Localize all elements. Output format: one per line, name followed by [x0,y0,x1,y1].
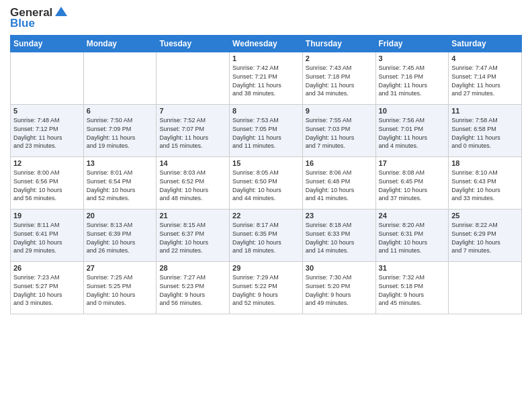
weekday-header-sunday: Sunday [11,36,84,52]
day-number: 1 [232,54,300,62]
day-number: 13 [87,159,154,167]
day-number: 18 [451,159,519,167]
day-number: 4 [451,54,519,62]
calendar-cell: 12Sunrise: 8:00 AM Sunset: 6:56 PM Dayli… [11,157,84,210]
calendar-cell [449,262,522,314]
day-number: 8 [232,107,300,115]
day-info: Sunrise: 8:05 AM Sunset: 6:50 PM Dayligh… [232,169,300,202]
calendar-cell: 27Sunrise: 7:25 AM Sunset: 5:25 PM Dayli… [83,262,157,314]
day-number: 28 [159,264,226,272]
day-number: 30 [306,264,373,272]
day-number: 21 [159,212,226,220]
day-number: 2 [306,54,373,62]
calendar-cell: 18Sunrise: 8:10 AM Sunset: 6:43 PM Dayli… [449,157,522,210]
day-number: 29 [232,264,300,272]
calendar-cell: 28Sunrise: 7:27 AM Sunset: 5:23 PM Dayli… [157,262,230,314]
calendar-cell: 16Sunrise: 8:06 AM Sunset: 6:48 PM Dayli… [302,157,375,210]
calendar-cell [83,52,157,105]
day-info: Sunrise: 8:10 AM Sunset: 6:43 PM Dayligh… [451,169,519,202]
logo: General Blue [10,7,69,30]
calendar-cell: 9Sunrise: 7:55 AM Sunset: 7:03 PM Daylig… [302,105,375,157]
day-number: 12 [13,159,81,167]
calendar-cell: 20Sunrise: 8:13 AM Sunset: 6:39 PM Dayli… [83,210,157,262]
day-number: 9 [306,107,373,115]
calendar-cell: 15Sunrise: 8:05 AM Sunset: 6:50 PM Dayli… [230,157,303,210]
day-info: Sunrise: 8:01 AM Sunset: 6:54 PM Dayligh… [87,169,154,202]
calendar-cell: 7Sunrise: 7:52 AM Sunset: 7:07 PM Daylig… [157,105,230,157]
weekday-header-wednesday: Wednesday [230,36,303,52]
day-info: Sunrise: 8:11 AM Sunset: 6:41 PM Dayligh… [13,221,81,255]
day-number: 3 [379,54,446,62]
week-row-3: 12Sunrise: 8:00 AM Sunset: 6:56 PM Dayli… [11,157,522,210]
day-info: Sunrise: 7:55 AM Sunset: 7:03 PM Dayligh… [306,116,373,150]
week-row-4: 19Sunrise: 8:11 AM Sunset: 6:41 PM Dayli… [11,210,522,262]
day-info: Sunrise: 7:52 AM Sunset: 7:07 PM Dayligh… [159,116,226,150]
weekday-header-tuesday: Tuesday [157,36,230,52]
day-number: 16 [306,159,373,167]
calendar-cell: 4Sunrise: 7:47 AM Sunset: 7:14 PM Daylig… [449,52,522,105]
day-number: 31 [379,264,446,272]
day-info: Sunrise: 8:13 AM Sunset: 6:39 PM Dayligh… [87,221,154,255]
week-row-1: 1Sunrise: 7:42 AM Sunset: 7:21 PM Daylig… [11,52,522,105]
day-info: Sunrise: 7:47 AM Sunset: 7:14 PM Dayligh… [451,64,519,97]
calendar-cell: 1Sunrise: 7:42 AM Sunset: 7:21 PM Daylig… [230,52,303,105]
day-number: 20 [87,212,154,220]
day-info: Sunrise: 8:17 AM Sunset: 6:35 PM Dayligh… [232,221,300,255]
day-info: Sunrise: 7:45 AM Sunset: 7:16 PM Dayligh… [379,64,446,97]
day-info: Sunrise: 8:20 AM Sunset: 6:31 PM Dayligh… [379,221,446,255]
day-info: Sunrise: 8:00 AM Sunset: 6:56 PM Dayligh… [13,169,81,202]
logo-blue: Blue [10,17,69,30]
day-info: Sunrise: 7:30 AM Sunset: 5:20 PM Dayligh… [306,273,373,307]
weekday-header-row: SundayMondayTuesdayWednesdayThursdayFrid… [11,36,522,52]
calendar-cell: 29Sunrise: 7:29 AM Sunset: 5:22 PM Dayli… [230,262,303,314]
day-number: 25 [451,212,519,220]
week-row-5: 26Sunrise: 7:23 AM Sunset: 5:27 PM Dayli… [11,262,522,314]
calendar-cell: 14Sunrise: 8:03 AM Sunset: 6:52 PM Dayli… [157,157,230,210]
day-info: Sunrise: 8:03 AM Sunset: 6:52 PM Dayligh… [159,169,226,202]
calendar-cell: 6Sunrise: 7:50 AM Sunset: 7:09 PM Daylig… [83,105,157,157]
day-info: Sunrise: 7:56 AM Sunset: 7:01 PM Dayligh… [379,116,446,150]
day-info: Sunrise: 7:43 AM Sunset: 7:18 PM Dayligh… [306,64,373,97]
weekday-header-thursday: Thursday [302,36,375,52]
day-number: 7 [159,107,226,115]
day-number: 27 [87,264,154,272]
calendar-cell: 31Sunrise: 7:32 AM Sunset: 5:18 PM Dayli… [375,262,449,314]
calendar-cell: 23Sunrise: 8:18 AM Sunset: 6:33 PM Dayli… [302,210,375,262]
day-info: Sunrise: 8:18 AM Sunset: 6:33 PM Dayligh… [306,221,373,255]
day-number: 26 [13,264,81,272]
day-number: 11 [451,107,519,115]
day-info: Sunrise: 7:29 AM Sunset: 5:22 PM Dayligh… [232,273,300,307]
day-info: Sunrise: 7:23 AM Sunset: 5:27 PM Dayligh… [13,273,81,307]
day-number: 10 [379,107,446,115]
day-number: 17 [379,159,446,167]
calendar-cell: 26Sunrise: 7:23 AM Sunset: 5:27 PM Dayli… [11,262,84,314]
calendar-cell: 13Sunrise: 8:01 AM Sunset: 6:54 PM Dayli… [83,157,157,210]
calendar-cell: 30Sunrise: 7:30 AM Sunset: 5:20 PM Dayli… [302,262,375,314]
calendar-cell: 2Sunrise: 7:43 AM Sunset: 7:18 PM Daylig… [302,52,375,105]
calendar-cell: 19Sunrise: 8:11 AM Sunset: 6:41 PM Dayli… [11,210,84,262]
day-number: 23 [306,212,373,220]
calendar-cell: 22Sunrise: 8:17 AM Sunset: 6:35 PM Dayli… [230,210,303,262]
weekday-header-friday: Friday [375,36,449,52]
weekday-header-saturday: Saturday [449,36,522,52]
day-info: Sunrise: 8:06 AM Sunset: 6:48 PM Dayligh… [306,169,373,202]
weekday-header-monday: Monday [83,36,157,52]
day-info: Sunrise: 7:58 AM Sunset: 6:58 PM Dayligh… [451,116,519,150]
calendar-cell [157,52,230,105]
day-info: Sunrise: 8:15 AM Sunset: 6:37 PM Dayligh… [159,221,226,255]
day-number: 15 [232,159,300,167]
day-info: Sunrise: 7:27 AM Sunset: 5:23 PM Dayligh… [159,273,226,307]
week-row-2: 5Sunrise: 7:48 AM Sunset: 7:12 PM Daylig… [11,105,522,157]
calendar-cell: 17Sunrise: 8:08 AM Sunset: 6:45 PM Dayli… [375,157,449,210]
day-info: Sunrise: 8:22 AM Sunset: 6:29 PM Dayligh… [451,221,519,255]
day-info: Sunrise: 7:53 AM Sunset: 7:05 PM Dayligh… [232,116,300,150]
calendar-cell: 11Sunrise: 7:58 AM Sunset: 6:58 PM Dayli… [449,105,522,157]
day-info: Sunrise: 8:08 AM Sunset: 6:45 PM Dayligh… [379,169,446,202]
day-info: Sunrise: 7:48 AM Sunset: 7:12 PM Dayligh… [13,116,81,150]
calendar-cell: 10Sunrise: 7:56 AM Sunset: 7:01 PM Dayli… [375,105,449,157]
day-number: 24 [379,212,446,220]
calendar-cell [11,52,84,105]
day-number: 5 [13,107,81,115]
calendar-cell: 5Sunrise: 7:48 AM Sunset: 7:12 PM Daylig… [11,105,84,157]
day-info: Sunrise: 7:42 AM Sunset: 7:21 PM Dayligh… [232,64,300,97]
